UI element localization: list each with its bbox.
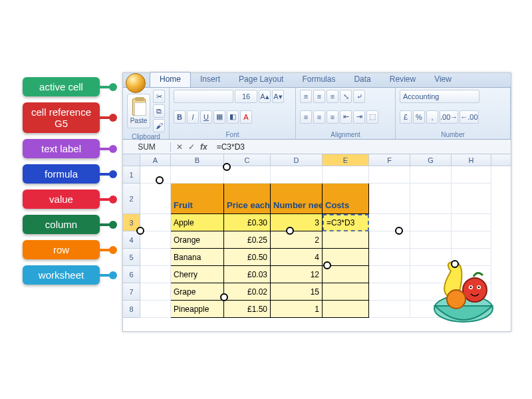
drop-target[interactable]: [286, 227, 294, 235]
cell-fruit[interactable]: Orange: [171, 231, 224, 249]
header-number[interactable]: Number needed: [271, 184, 323, 214]
percent-button[interactable]: %: [413, 110, 425, 124]
copy-button[interactable]: ⧉: [153, 104, 165, 118]
cell[interactable]: [140, 266, 171, 283]
tag-row[interactable]: row: [23, 240, 100, 259]
drop-target[interactable]: [323, 261, 331, 269]
select-all-corner[interactable]: [123, 154, 140, 166]
border-button[interactable]: ▦: [213, 110, 225, 124]
cell[interactable]: [140, 249, 171, 266]
decrease-decimal-button[interactable]: ←.00: [460, 110, 478, 124]
cell[interactable]: [140, 214, 171, 231]
cell-fruit[interactable]: Banana: [171, 249, 224, 266]
currency-button[interactable]: £: [400, 110, 412, 124]
tab-home[interactable]: Home: [150, 72, 191, 87]
cell-fruit[interactable]: Pineapple: [171, 301, 224, 318]
font-name-select[interactable]: [174, 90, 233, 103]
paste-button[interactable]: Paste: [127, 94, 150, 128]
cell-fruit[interactable]: Cherry: [171, 266, 224, 283]
tab-data[interactable]: Data: [344, 72, 380, 87]
row-header[interactable]: 2: [123, 184, 140, 214]
col-header-a[interactable]: A: [140, 154, 171, 166]
row-header[interactable]: 7: [123, 283, 140, 301]
cut-button[interactable]: ✂: [153, 90, 165, 103]
cell[interactable]: [224, 166, 271, 184]
cell-fruit[interactable]: Grape: [171, 283, 224, 301]
italic-button[interactable]: I: [187, 110, 199, 124]
font-size-select[interactable]: 16: [235, 90, 257, 103]
cell[interactable]: [369, 266, 410, 283]
col-header-d[interactable]: D: [271, 154, 323, 166]
cell-number[interactable]: 1: [271, 301, 323, 318]
cell[interactable]: [271, 166, 323, 184]
enter-icon[interactable]: ✓: [188, 142, 195, 152]
increase-indent-button[interactable]: ⇥: [353, 110, 365, 124]
drop-target[interactable]: [220, 293, 228, 301]
bold-button[interactable]: B: [174, 110, 186, 124]
tab-review[interactable]: Review: [380, 72, 425, 87]
tag-worksheet[interactable]: worksheet: [23, 265, 100, 285]
header-price[interactable]: Price each: [224, 184, 271, 214]
col-header-h[interactable]: H: [452, 154, 491, 166]
tab-view[interactable]: View: [425, 72, 461, 87]
decrease-indent-button[interactable]: ⇤: [340, 110, 352, 124]
cell[interactable]: [369, 166, 410, 184]
underline-button[interactable]: U: [200, 110, 212, 124]
align-right-button[interactable]: ≡: [327, 110, 338, 124]
align-left-button[interactable]: ≡: [300, 110, 312, 124]
cell[interactable]: [410, 184, 452, 214]
align-middle-button[interactable]: ≡: [313, 90, 325, 103]
merge-button[interactable]: ⬚: [366, 110, 378, 124]
cell[interactable]: [369, 214, 410, 231]
wrap-text-button[interactable]: ⤶: [353, 90, 365, 103]
cell[interactable]: [140, 184, 171, 214]
cell-price[interactable]: £0.02: [224, 283, 271, 301]
tag-value[interactable]: value: [23, 190, 100, 209]
tag-column[interactable]: column: [23, 215, 100, 234]
drop-target[interactable]: [451, 260, 459, 268]
cell[interactable]: [369, 231, 410, 249]
cell[interactable]: [369, 283, 410, 301]
tab-page-layout[interactable]: Page Layout: [229, 72, 293, 87]
cell-number[interactable]: 3: [271, 214, 323, 231]
formula-input[interactable]: =C3*D3: [213, 142, 245, 152]
tag-text-label[interactable]: text label: [23, 139, 100, 158]
cell-fruit[interactable]: Apple: [171, 214, 224, 231]
tab-insert[interactable]: Insert: [191, 72, 229, 87]
cell-cost[interactable]: [323, 301, 369, 318]
cell-price[interactable]: £0.30: [224, 214, 271, 231]
cell-number[interactable]: 12: [271, 266, 323, 283]
cell[interactable]: [140, 301, 171, 318]
fill-color-button[interactable]: ◧: [227, 110, 239, 124]
increase-decimal-button[interactable]: .00→: [440, 110, 458, 124]
shrink-font-button[interactable]: A▾: [272, 90, 284, 103]
office-orb-icon[interactable]: [126, 73, 146, 93]
cell[interactable]: [140, 283, 171, 301]
font-color-button[interactable]: A: [240, 110, 252, 124]
col-header-f[interactable]: F: [369, 154, 410, 166]
header-fruit[interactable]: Fruit: [171, 184, 224, 214]
cell[interactable]: [410, 166, 452, 184]
drop-target[interactable]: [395, 227, 403, 235]
cell[interactable]: [452, 231, 491, 249]
row-header[interactable]: 6: [123, 266, 140, 283]
drop-target[interactable]: [136, 227, 144, 235]
cell-cost[interactable]: [323, 266, 369, 283]
cell[interactable]: [452, 184, 491, 214]
cell-number[interactable]: 2: [271, 231, 323, 249]
cell[interactable]: [410, 214, 452, 231]
tag-active-cell[interactable]: active cell: [23, 77, 100, 96]
comma-button[interactable]: ,: [426, 110, 438, 124]
col-header-c[interactable]: C: [224, 154, 271, 166]
cell-price[interactable]: £0.50: [224, 249, 271, 266]
cell-cost[interactable]: [323, 283, 369, 301]
cell-cost[interactable]: [323, 231, 369, 249]
tag-cell-reference[interactable]: cell reference G5: [23, 102, 100, 133]
tag-formula[interactable]: formula: [23, 164, 100, 184]
col-header-g[interactable]: G: [410, 154, 452, 166]
col-header-e[interactable]: E: [323, 154, 369, 166]
cell-number[interactable]: 15: [271, 283, 323, 301]
cell-price[interactable]: £0.03: [224, 266, 271, 283]
name-box[interactable]: SUM: [123, 142, 171, 152]
cell[interactable]: [369, 301, 410, 318]
